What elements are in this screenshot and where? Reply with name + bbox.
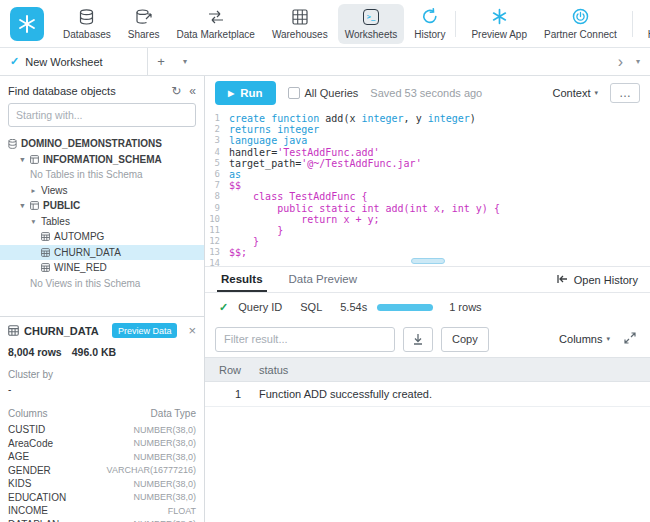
refresh-icon[interactable]: ↻ <box>171 84 181 98</box>
results-table-body: 1Function ADD successfully created. <box>205 382 650 407</box>
saved-check-icon: ✓ <box>10 55 19 68</box>
query-id-link[interactable]: Query ID <box>238 301 282 313</box>
find-objects-header: Find database objects ↻ « <box>0 76 204 103</box>
code-line-4: 4handler='TestAddFunc.add' <box>205 147 650 158</box>
tabstrip-dropdown-icon[interactable]: ▾ <box>636 57 640 66</box>
expand-results-icon[interactable] <box>624 330 636 348</box>
worksheet-menu-button[interactable]: ▾ <box>174 48 196 75</box>
tree-item-public[interactable]: ▾PUBLIC <box>0 198 204 214</box>
column-row-education: EDUCATIONNUMBER(38,0) <box>8 491 196 505</box>
find-objects-label: Find database objects <box>8 85 116 97</box>
query-status-row: ✓ Query ID SQL 5.54s 1 rows <box>205 293 650 321</box>
worksheet-tabstrip: ✓ New Worksheet + ▾ › ▾ <box>0 48 650 76</box>
code-line-9: 9 public static int add(int x, int y) { <box>205 203 650 214</box>
tab-data-preview[interactable]: Data Preview <box>285 267 361 292</box>
code-line-11: 11 } <box>205 225 650 236</box>
column-row-income: INCOMEFLOAT <box>8 504 196 518</box>
code-line-5: 5target_path='@~/TestAddFunc.jar' <box>205 158 650 169</box>
snowflake-logo-icon[interactable] <box>10 7 44 41</box>
saved-status: Saved 53 seconds ago <box>370 87 482 99</box>
row-count: 8,004 rows <box>8 346 62 358</box>
sql-editor[interactable]: 1create function add(x integer, y intege… <box>205 110 650 266</box>
copy-button[interactable]: Copy <box>441 327 489 352</box>
code-line-13: 13$$; <box>205 247 650 258</box>
tree-item-autompg[interactable]: AUTOMPG <box>0 229 204 245</box>
more-options-button[interactable]: … <box>610 83 640 103</box>
sidebar: Find database objects ↻ « DOMINO_DEMONST… <box>0 76 205 522</box>
nav-item-warehouses[interactable]: Warehouses <box>265 4 335 44</box>
tree-item-views[interactable]: ▸Views <box>0 183 204 199</box>
play-icon: ▶ <box>228 89 234 98</box>
nav-item-databases[interactable]: Databases <box>56 4 118 44</box>
filter-result-input[interactable] <box>215 327 395 352</box>
result-row[interactable]: 1Function ADD successfully created. <box>205 382 650 407</box>
tab-results[interactable]: Results <box>217 267 267 292</box>
object-search-input[interactable] <box>8 103 196 127</box>
warehouses-icon <box>292 8 308 26</box>
column-row-gender: GENDERVARCHAR(16777216) <box>8 464 196 478</box>
collapse-sidebar-icon[interactable]: « <box>189 84 196 98</box>
code-line-12: 12 } <box>205 236 650 247</box>
code-line-1: 1create function add(x integer, y intege… <box>205 113 650 124</box>
preview-app-icon <box>491 8 508 26</box>
detail-stats: 8,004 rows 496.0 KB <box>8 346 196 358</box>
worksheet-tab[interactable]: ✓ New Worksheet <box>0 48 148 75</box>
column-row-custid: CUSTIDNUMBER(38,0) <box>8 423 196 437</box>
code-line-7: 7$$ <box>205 180 650 191</box>
nav-item-data-marketplace[interactable]: Data Marketplace <box>170 4 262 44</box>
context-dropdown[interactable]: Context ▾ <box>553 87 598 99</box>
table-icon <box>8 325 19 336</box>
nav-item-shares[interactable]: Shares <box>121 4 167 44</box>
columns-header: Columns <box>8 408 47 419</box>
caret-down-icon: ▾ <box>30 217 37 226</box>
nav-item-preview-app[interactable]: Preview App <box>464 4 534 44</box>
tree-item-information-schema[interactable]: ▾INFORMATION_SCHEMA <box>0 152 204 168</box>
sql-link[interactable]: SQL <box>300 301 322 313</box>
preview-data-button[interactable]: Preview Data <box>112 323 178 338</box>
open-history-button[interactable]: Open History <box>556 267 650 292</box>
results-table-header: Rowstatus <box>205 357 650 382</box>
columns-header-row: Columns Data Type <box>8 408 196 423</box>
caret-right-icon: ▸ <box>30 186 37 195</box>
table-size: 496.0 KB <box>72 346 116 358</box>
column-row-areacode: AreaCodeNUMBER(38,0) <box>8 437 196 451</box>
tree-item-label: CHURN_DATA <box>54 247 121 258</box>
horizontal-scrollbar[interactable] <box>411 258 445 264</box>
all-queries-checkbox[interactable]: All Queries <box>288 87 359 99</box>
nav-item-partner-connect[interactable]: Partner Connect <box>537 4 624 44</box>
checkbox-icon <box>288 87 300 99</box>
table-detail-panel: CHURN_DATA Preview Data × 8,004 rows 496… <box>0 316 204 522</box>
run-button[interactable]: ▶ Run <box>215 81 276 105</box>
new-worksheet-button[interactable]: + <box>148 48 174 75</box>
tree-item-wine-red[interactable]: WINE_RED <box>0 260 204 276</box>
tabstrip-controls: › ▾ <box>618 48 650 75</box>
schema-icon <box>30 201 39 210</box>
tree-item-churn-data[interactable]: CHURN_DATA <box>0 245 204 261</box>
nav-item-help[interactable]: ?Help <box>641 4 650 44</box>
columns-dropdown[interactable]: Columns ▾ <box>559 333 610 345</box>
download-button[interactable] <box>403 327 433 352</box>
partner-connect-icon <box>572 8 589 26</box>
table-icon <box>41 232 50 241</box>
tree-item-no-views-in-this-schema: No Views in this Schema <box>0 276 204 292</box>
worksheet-main: ▶ Run All Queries Saved 53 seconds ago C… <box>205 76 650 522</box>
column-row-dataplan: DATAPLANNUMBER(38,0) <box>8 518 196 522</box>
tree-item-label: Views <box>41 185 68 196</box>
tree-item-label: PUBLIC <box>43 200 80 211</box>
body-row: Find database objects ↻ « DOMINO_DEMONST… <box>0 76 650 522</box>
nav-item-worksheets[interactable]: >_Worksheets <box>338 4 405 44</box>
table-icon <box>41 248 50 257</box>
tree-item-label: WINE_RED <box>54 262 107 273</box>
chevron-down-icon: ▾ <box>606 335 610 343</box>
tree-item-label: AUTOMPG <box>54 231 104 242</box>
nav-divider <box>455 11 456 37</box>
nav-divider <box>632 11 633 37</box>
nav-item-history[interactable]: History <box>407 4 452 44</box>
tree-item-tables[interactable]: ▾Tables <box>0 214 204 230</box>
result-row-count: 1 rows <box>449 301 481 313</box>
tab-scroll-right-icon[interactable]: › <box>618 53 623 71</box>
tree-item-label: INFORMATION_SCHEMA <box>43 154 162 165</box>
tree-item-domino-demonstrations[interactable]: DOMINO_DEMONSTRATIONS <box>0 136 204 152</box>
close-icon[interactable]: × <box>188 324 196 337</box>
detail-header: CHURN_DATA Preview Data × <box>8 323 196 338</box>
